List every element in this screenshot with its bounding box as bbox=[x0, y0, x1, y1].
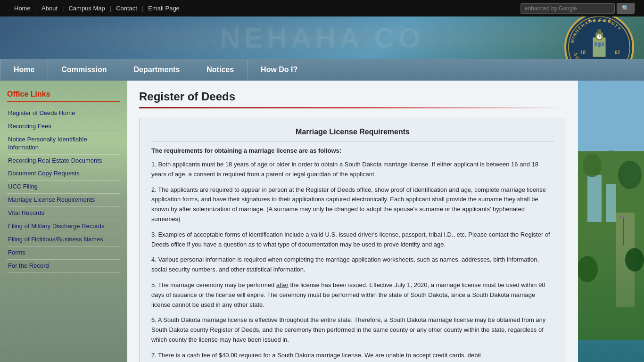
article-para-7: 7. There is a cash fee of $40.00 require… bbox=[151, 351, 554, 361]
nav-commission[interactable]: Commission bbox=[48, 59, 120, 81]
svg-text:18: 18 bbox=[580, 50, 586, 55]
svg-point-24 bbox=[603, 150, 619, 171]
sidebar-recording-real-estate[interactable]: Recording Real Estate Documents bbox=[7, 155, 120, 168]
sidebar-document-copy[interactable]: Document Copy Requests bbox=[7, 167, 120, 181]
sidebar: Office Links Register of Deeds Home Reco… bbox=[0, 81, 127, 362]
top-bar: Home | About | Campus Map | Contact | Em… bbox=[0, 0, 644, 16]
svg-point-22 bbox=[583, 154, 602, 177]
svg-rect-11 bbox=[602, 42, 604, 46]
svg-rect-20 bbox=[606, 184, 616, 222]
header-watermark: NEHAHA CO bbox=[220, 22, 424, 54]
svg-rect-25 bbox=[623, 217, 624, 246]
logo-area: ★ ★ ★ ★ ★ MINNEHAHA COUNTY 18 62 bbox=[564, 16, 639, 59]
svg-rect-21 bbox=[616, 213, 635, 307]
underline-after: after bbox=[276, 281, 289, 288]
article-para-6: 6. A South Dakota marriage license is ef… bbox=[151, 315, 554, 345]
svg-rect-26 bbox=[619, 216, 626, 218]
sidebar-marriage-license[interactable]: Marriage License Requirements bbox=[7, 194, 120, 207]
sidebar-for-the-record[interactable]: For the Record bbox=[7, 260, 120, 273]
right-scenic-panel bbox=[578, 81, 644, 362]
sidebar-ucc-filing[interactable]: UCC Filing bbox=[7, 181, 120, 194]
nav-notices[interactable]: Notices bbox=[193, 59, 248, 81]
scenic-svg bbox=[578, 81, 644, 340]
page-title: Register of Deeds bbox=[139, 90, 566, 103]
svg-point-23 bbox=[618, 161, 642, 189]
sidebar-title: Office Links bbox=[7, 90, 120, 102]
sidebar-notice-pii[interactable]: Notice Personally Identifiable Informati… bbox=[7, 133, 120, 155]
sidebar-register-deeds-home[interactable]: Register of Deeds Home bbox=[7, 107, 120, 120]
topnav-home[interactable]: Home bbox=[9, 5, 35, 12]
svg-rect-10 bbox=[594, 42, 597, 46]
sidebar-content: Office Links Register of Deeds Home Reco… bbox=[7, 90, 120, 273]
sidebar-forms[interactable]: Forms bbox=[7, 247, 120, 260]
svg-point-28 bbox=[625, 248, 644, 272]
nav-how-do-i[interactable]: How Do I? bbox=[248, 59, 311, 81]
article-para-4: 4. Various personal information is requi… bbox=[151, 255, 554, 275]
article-para-5: 5. The marriage ceremony may be performe… bbox=[151, 280, 554, 310]
nav-home[interactable]: Home bbox=[0, 59, 48, 81]
topnav-email-page[interactable]: Email Page bbox=[143, 5, 184, 12]
county-seal: ★ ★ ★ ★ ★ MINNEHAHA COUNTY 18 62 bbox=[564, 16, 635, 59]
search-button[interactable]: 🔍 bbox=[617, 3, 635, 14]
search-form: 🔍 bbox=[520, 3, 635, 14]
sidebar-recording-fees[interactable]: Recording Fees bbox=[7, 120, 120, 133]
nav-departments[interactable]: Departments bbox=[120, 59, 193, 81]
topnav-contact[interactable]: Contact bbox=[111, 5, 142, 12]
svg-rect-6 bbox=[598, 30, 601, 34]
page-title-divider bbox=[139, 107, 566, 108]
sidebar-fictitious-names[interactable]: Filing of Fictitious/Business Names bbox=[7, 233, 120, 247]
search-input[interactable] bbox=[520, 3, 615, 14]
article-para-2: 2. The applicants are required to appear… bbox=[151, 185, 554, 224]
article-section-title: Marriage License Requirements bbox=[151, 128, 554, 141]
header: NEHAHA CO ★ ★ ★ ★ ★ MINNEHAHA COUNTY bbox=[0, 16, 644, 59]
sidebar-military-discharge[interactable]: Filing of Military Discharge Records bbox=[7, 220, 120, 233]
sidebar-vital-records[interactable]: Vital Records bbox=[7, 207, 120, 220]
topnav-campus-map[interactable]: Campus Map bbox=[64, 5, 109, 12]
content-wrapper: Office Links Register of Deeds Home Reco… bbox=[0, 81, 644, 362]
svg-point-27 bbox=[578, 256, 598, 282]
main-nav: Home Commission Departments Notices How … bbox=[0, 59, 644, 81]
article-para-3: 3. Examples of acceptable forms of ident… bbox=[151, 230, 554, 250]
topnav-about[interactable]: About bbox=[37, 5, 62, 12]
svg-rect-19 bbox=[587, 175, 602, 222]
svg-text:62: 62 bbox=[615, 50, 620, 55]
article-box: Marriage License Requirements The requir… bbox=[139, 118, 566, 362]
svg-rect-12 bbox=[598, 42, 601, 47]
main-content: Register of Deeds Marriage License Requi… bbox=[127, 81, 578, 362]
article-intro: The requirements for obtaining a marriag… bbox=[151, 147, 554, 154]
article-para-1: 1. Both applicants must be 18 years of a… bbox=[151, 160, 554, 180]
